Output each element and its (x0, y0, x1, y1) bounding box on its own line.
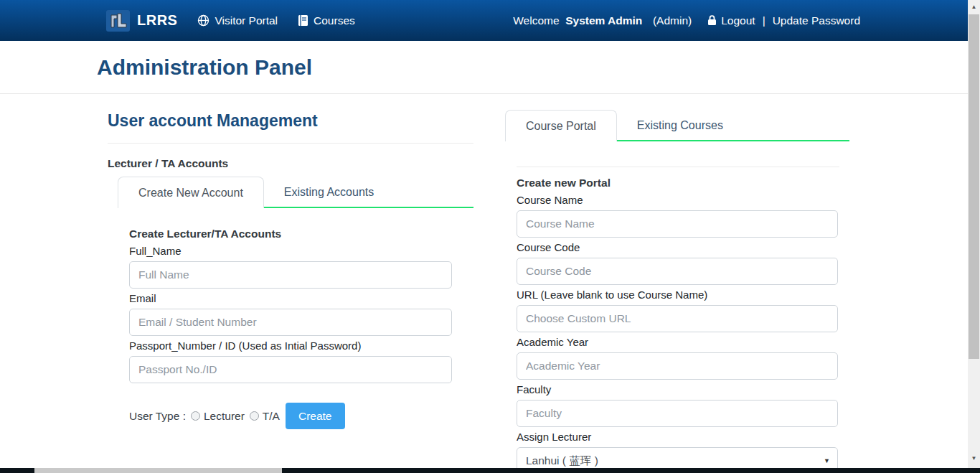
tab-course-portal[interactable]: Course Portal (505, 110, 617, 141)
brand[interactable]: LRRS (106, 10, 177, 32)
academic-year-label: Academic Year (517, 336, 838, 348)
faculty-label: Faculty (517, 383, 838, 395)
custom-url-input[interactable] (517, 305, 838, 332)
create-account-form-title: Create Lecturer/TA Accounts (129, 228, 452, 240)
page-title: Administration Panel (97, 55, 312, 80)
email-input[interactable] (129, 309, 452, 336)
nav-courses[interactable]: Courses (298, 14, 355, 27)
account-tabbar: Create New Account Existing Accounts (118, 177, 473, 208)
course-code-label: Course Code (517, 241, 838, 253)
update-password-link[interactable]: Update Password (773, 14, 860, 27)
passport-label: Passport_Number / ID (Used as Intial Pas… (129, 339, 452, 352)
create-portal-form-title: Create new Portal (517, 177, 838, 189)
course-code-input[interactable] (517, 258, 838, 285)
user-account-management-section: User account Management Lecturer / TA Ac… (108, 103, 473, 429)
course-name-label: Course Name (517, 194, 838, 206)
assign-lecturer-selected-value: Lanhui ( 蓝珲 ) (526, 454, 598, 469)
lecturer-ta-accounts-heading: Lecturer / TA Accounts (108, 157, 473, 170)
full-name-input[interactable] (129, 261, 452, 289)
user-type-label: User Type : (129, 410, 186, 423)
vertical-scrollbar-thumb[interactable] (969, 14, 979, 359)
radio-ta[interactable] (250, 411, 259, 421)
logout-label: Logout (721, 14, 755, 27)
user-type-row: User Type : Lecturer T/A Create (129, 403, 452, 429)
radio-lecturer[interactable] (191, 411, 200, 421)
brand-label: LRRS (137, 12, 177, 29)
faculty-input[interactable] (517, 400, 838, 427)
section-title: User account Management (108, 111, 473, 131)
course-tabbar: Course Portal Existing Courses (505, 110, 849, 141)
nav-separator: | (763, 14, 765, 27)
book-icon (298, 14, 308, 27)
top-navbar: LRRS Visitor Portal Courses (0, 0, 968, 41)
user-role: (Admin) (653, 14, 692, 27)
logout-link[interactable]: Logout (707, 14, 755, 27)
assign-lecturer-label: Assign Lecturer (517, 431, 838, 443)
full-name-label: Full_Name (129, 245, 452, 257)
tab-existing-accounts[interactable]: Existing Accounts (264, 177, 394, 208)
course-portal-section: Course Portal Existing Courses Create ne… (505, 110, 849, 473)
academic-year-input[interactable] (517, 352, 838, 380)
welcome-text: Welcome System Admin (Admin) (513, 14, 692, 27)
nav-visitor-portal[interactable]: Visitor Portal (197, 14, 278, 27)
passport-input[interactable] (129, 356, 452, 383)
create-account-form: Create Lecturer/TA Accounts Full_Name Em… (118, 208, 452, 429)
radio-ta-label: T/A (263, 410, 280, 423)
horizontal-scrollbar-thumb[interactable] (34, 468, 282, 473)
create-portal-form: Create new Portal Course Name Course Cod… (505, 141, 849, 473)
tab-existing-courses[interactable]: Existing Courses (617, 110, 743, 141)
lock-icon (707, 15, 717, 26)
divider (108, 143, 473, 144)
globe-icon (197, 14, 209, 27)
lrrs-logo-icon (106, 10, 130, 32)
page-header: Administration Panel (0, 41, 968, 94)
horizontal-scrollbar[interactable] (0, 468, 980, 473)
nav-courses-label: Courses (314, 14, 355, 27)
scroll-down-arrow-icon[interactable]: ▼ (968, 452, 980, 464)
email-label: Email (129, 292, 452, 304)
radio-lecturer-label: Lecturer (204, 410, 245, 423)
user-name: System Admin (565, 14, 642, 27)
divider (517, 167, 839, 167)
custom-url-label: URL (Leave blank to use Course Name) (517, 289, 838, 301)
scroll-up-arrow-icon[interactable]: ▲ (968, 1, 980, 12)
create-button[interactable]: Create (286, 403, 345, 429)
vertical-scrollbar[interactable]: ▲ ▼ (968, 0, 980, 468)
course-name-input[interactable] (517, 210, 838, 238)
tab-create-new-account[interactable]: Create New Account (118, 177, 264, 208)
nav-visitor-portal-label: Visitor Portal (215, 14, 278, 27)
